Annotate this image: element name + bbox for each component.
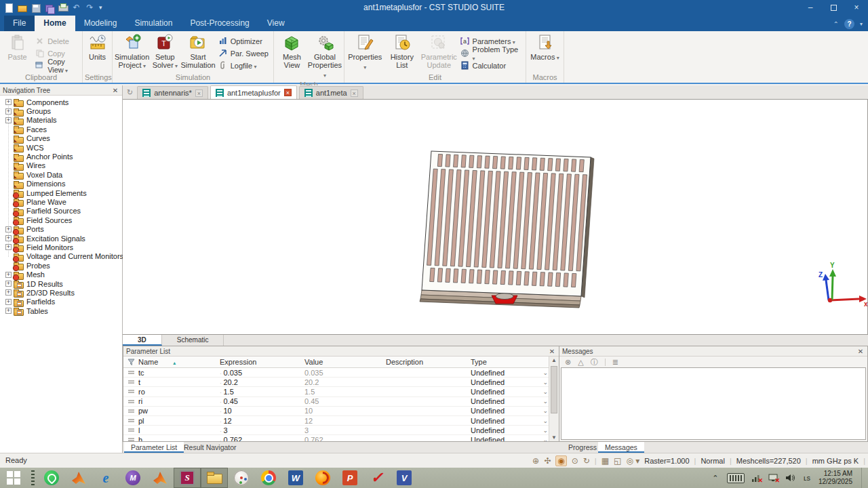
message-list-icon[interactable]: ≣ [612, 358, 618, 367]
h[interactable]: h 0.762 0.762 Undefined ⌄ [123, 435, 559, 441]
type-dropdown-icon[interactable]: ⌄ [542, 418, 548, 424]
quick-access-dropdown-icon[interactable]: ▾ [99, 3, 108, 12]
tab-modeling[interactable]: Modeling [75, 16, 126, 31]
matlab2-button[interactable] [146, 468, 174, 488]
l[interactable]: l 3 3 Undefined ⌄ [123, 426, 559, 435]
tree-item[interactable]: + Farfields [0, 298, 122, 306]
tree-item[interactable]: + Curves [0, 134, 122, 143]
logfile-button[interactable]: Logfile [218, 60, 269, 70]
matlab-button[interactable] [65, 468, 92, 488]
tab-parameter-list[interactable]: Parameter List [124, 442, 184, 453]
tc[interactable]: tc 0.035 0.035 Undefined ⌄ [123, 368, 559, 378]
new-file-icon[interactable] [4, 3, 13, 12]
tree-expander-icon[interactable]: + [5, 108, 12, 115]
tree-item[interactable]: + Field Sources [0, 216, 122, 224]
collapse-ribbon-icon[interactable]: ⌃ [833, 20, 839, 28]
chrome-button[interactable] [255, 468, 282, 488]
parameter-list-close-icon[interactable]: ✕ [548, 348, 556, 355]
tree-expander-icon[interactable]: + [5, 226, 12, 232]
simulation-project-button[interactable]: Simulation Project [115, 32, 149, 70]
redo-icon[interactable]: ↷ [85, 3, 94, 12]
spin-icon[interactable]: ↻ [583, 456, 590, 466]
type-dropdown-icon[interactable]: ⌄ [542, 388, 548, 395]
tab-simulation[interactable]: Simulation [125, 16, 181, 31]
tree-expander-icon[interactable]: + [5, 99, 12, 105]
units-button[interactable]: Units [85, 32, 110, 61]
tab-schematic[interactable]: Schematic [162, 335, 224, 346]
clock[interactable]: 12:15 AM 12/29/2025 [818, 470, 855, 486]
paste-button[interactable]: Paste [2, 32, 33, 61]
open-file-icon[interactable] [18, 3, 26, 12]
parameter-scrollbar[interactable]: ▲▼ [549, 357, 559, 441]
tab-view[interactable]: View [258, 16, 294, 31]
tree-item[interactable]: + Dimensions [0, 180, 122, 188]
tree-item[interactable]: + Wires [0, 161, 122, 170]
tree-expander-icon[interactable]: + [5, 235, 12, 241]
tree-item[interactable]: + Materials [0, 116, 122, 125]
tree-item[interactable]: + Tables [0, 306, 122, 315]
calculator-button[interactable]: Calculator [460, 60, 521, 70]
word-button[interactable]: W [282, 468, 309, 488]
internet-explorer-button[interactable]: e [92, 468, 119, 488]
tab-scroll-icon[interactable]: ↻ [127, 88, 133, 97]
zoom-in-icon[interactable]: ⊕ [532, 456, 539, 466]
tree-item[interactable]: + Lumped Elements [0, 188, 122, 197]
tab-3d[interactable]: 3D [123, 335, 162, 346]
tree-item[interactable]: + Faces [0, 125, 122, 134]
zoom-select-icon[interactable]: ⊙ [572, 456, 578, 466]
t[interactable]: t 20.2 20.2 Undefined ⌄ [123, 378, 559, 387]
clear-messages-icon[interactable]: ⊗ [565, 358, 571, 367]
tab-close-icon[interactable]: × [284, 89, 292, 96]
tree-item[interactable]: + Voxel Data [0, 170, 122, 179]
setup-solver-button[interactable]: T Setup Solver [149, 32, 180, 70]
tree-item[interactable]: + Field Monitors [0, 243, 122, 251]
save-all-icon[interactable] [45, 3, 54, 12]
bounding-box-icon[interactable]: ▦ [601, 456, 609, 466]
tree-expander-icon[interactable]: + [5, 117, 12, 123]
checkmark-app-button[interactable]: ✓ [363, 468, 391, 488]
save-icon[interactable] [31, 3, 40, 12]
tree-expander-icon[interactable]: + [5, 281, 12, 287]
history-list-button[interactable]: History List [384, 32, 421, 69]
tab-home[interactable]: Home [35, 16, 75, 31]
visio-button[interactable]: V [391, 468, 418, 488]
tree-expander-icon[interactable]: + [5, 272, 12, 278]
type-dropdown-icon[interactable]: ⌄ [542, 379, 548, 386]
parametric-update-button[interactable]: Parametric Update [420, 32, 458, 69]
ri[interactable]: ri 0.45 0.45 Undefined ⌄ [123, 397, 559, 407]
tab-close-icon[interactable]: × [351, 89, 358, 97]
warnings-icon[interactable]: △ [578, 358, 583, 367]
start-simulation-button[interactable]: Start Simulation [180, 32, 215, 69]
tray-overflow-icon[interactable]: ⌃ [710, 472, 721, 483]
tree-item[interactable]: + Anchor Points [0, 152, 122, 161]
tree-item[interactable]: + 1D Results [0, 279, 122, 288]
navigation-tree-close-icon[interactable]: ✕ [111, 87, 119, 94]
input-language-icon[interactable]: ʟs [802, 472, 812, 483]
restore-button[interactable] [822, 0, 845, 15]
minimize-button[interactable]: – [799, 0, 822, 15]
whatsapp-button[interactable] [38, 468, 65, 488]
firefox-button[interactable] [309, 468, 336, 488]
tree-item[interactable]: + WCS [0, 143, 122, 152]
taskbar-grip[interactable] [27, 468, 38, 488]
type-dropdown-icon[interactable]: ⌄ [542, 427, 548, 434]
start-button[interactable] [0, 468, 27, 488]
tree-item[interactable]: + Farfield Sources [0, 207, 122, 216]
mesh-view-button[interactable]: Mesh View [276, 32, 308, 69]
tree-expander-icon[interactable]: + [5, 308, 12, 314]
properties-button[interactable]: Properties [347, 32, 384, 72]
tree-item[interactable]: + Components [0, 98, 122, 106]
macros-button[interactable]: Macros [528, 32, 561, 62]
ro[interactable]: ro 1.5 1.5 Undefined ⌄ [123, 387, 559, 396]
workplane-icon[interactable]: ◱ [614, 456, 621, 466]
view-options-icon[interactable]: ◎ ▾ [626, 456, 639, 466]
viewport-3d[interactable]: x Y Z [123, 99, 868, 335]
tab-file[interactable]: File [4, 16, 35, 31]
paint-button[interactable] [228, 468, 255, 488]
file-explorer-button[interactable] [201, 468, 228, 488]
tree-expander-icon[interactable]: + [5, 299, 12, 305]
help-icon[interactable]: ? [844, 19, 854, 29]
tab-result-navigator[interactable]: Result Navigator [177, 442, 243, 453]
tree-item[interactable]: + Groups [0, 106, 122, 115]
tab-close-icon[interactable]: × [195, 89, 203, 97]
